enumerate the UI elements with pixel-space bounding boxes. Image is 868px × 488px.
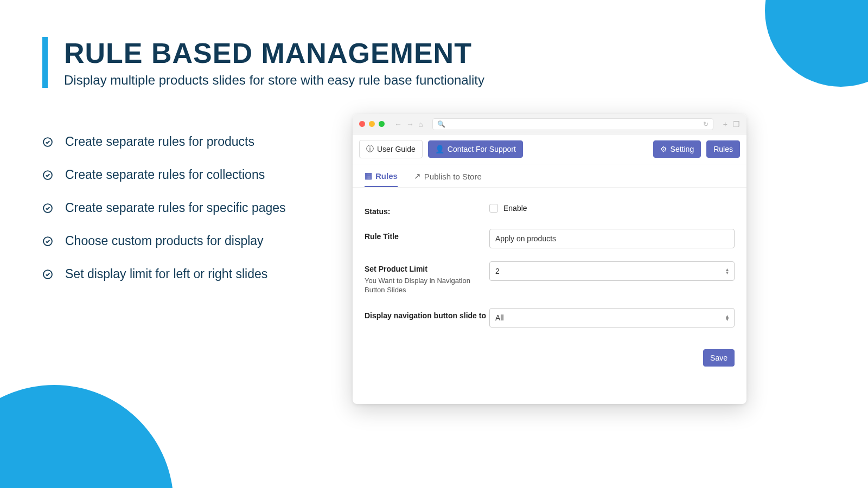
address-bar[interactable]: 🔍 ↻ bbox=[432, 118, 713, 130]
browser-right-icons: + ❐ bbox=[723, 120, 740, 129]
product-limit-value: 2 bbox=[495, 267, 500, 275]
feature-text: Create separate rules for specific pages bbox=[65, 201, 286, 215]
save-button[interactable]: Save bbox=[703, 349, 735, 367]
feature-item: Create separate rules for specific pages bbox=[42, 201, 335, 215]
browser-nav: ← → ⌂ bbox=[394, 120, 423, 129]
save-row: Save bbox=[353, 349, 746, 376]
gear-icon: ⚙ bbox=[660, 145, 667, 153]
home-icon[interactable]: ⌂ bbox=[418, 120, 423, 129]
user-guide-label: User Guide bbox=[377, 145, 416, 153]
tabs: ▦ Rules ↗ Publish to Store bbox=[353, 164, 746, 188]
tab-rules[interactable]: ▦ Rules bbox=[365, 171, 398, 187]
check-icon bbox=[42, 269, 53, 280]
feature-text: Create separate rules for collections bbox=[65, 168, 265, 182]
check-icon bbox=[42, 236, 53, 247]
grid-icon: ▦ bbox=[365, 171, 372, 181]
display-to-select[interactable]: All ▴▾ bbox=[489, 308, 735, 328]
decorative-blob-top-right bbox=[765, 0, 868, 87]
help-icon: ⓘ bbox=[366, 144, 374, 154]
product-limit-sublabel: You Want to Display in Navigation Button… bbox=[365, 277, 489, 295]
plus-icon[interactable]: + bbox=[723, 120, 727, 129]
product-limit-label-text: Set Product Limit bbox=[365, 265, 489, 273]
share-icon: ↗ bbox=[414, 171, 421, 181]
back-icon[interactable]: ← bbox=[394, 120, 402, 129]
check-icon bbox=[42, 137, 53, 147]
browser-chrome: ← → ⌂ 🔍 ↻ + ❐ bbox=[353, 114, 746, 134]
feature-item: Choose custom products for display bbox=[42, 234, 335, 248]
user-guide-button[interactable]: ⓘ User Guide bbox=[359, 140, 423, 158]
display-to-label: Display navigation button slide to bbox=[365, 308, 489, 320]
enable-label: Enable bbox=[503, 204, 527, 213]
row-product-limit: Set Product Limit You Want to Display in… bbox=[365, 261, 735, 295]
product-limit-select[interactable]: 2 ▴▾ bbox=[489, 261, 735, 281]
enable-checkbox[interactable] bbox=[489, 204, 498, 213]
check-icon bbox=[42, 203, 53, 214]
feature-text: Set display limit for left or right slid… bbox=[65, 267, 267, 281]
check-icon bbox=[42, 170, 53, 181]
display-to-value: All bbox=[495, 313, 504, 322]
contact-support-label: Contact For Support bbox=[448, 145, 516, 153]
contact-support-button[interactable]: 👤 Contact For Support bbox=[428, 140, 523, 158]
feature-text: Choose custom products for display bbox=[65, 234, 264, 248]
traffic-lights[interactable] bbox=[359, 121, 385, 127]
setting-label: Setting bbox=[671, 145, 694, 153]
rule-form: Status: Enable Rule Title Set Product Li… bbox=[353, 188, 746, 349]
row-display-to: Display navigation button slide to All ▴… bbox=[365, 308, 735, 328]
title-block: RULE BASED MANAGEMENT Display multiple p… bbox=[42, 37, 484, 88]
reload-icon[interactable]: ↻ bbox=[703, 120, 709, 128]
search-icon: 🔍 bbox=[437, 120, 445, 128]
rule-title-input[interactable] bbox=[489, 229, 735, 248]
rule-title-label: Rule Title bbox=[365, 229, 489, 241]
minimize-icon[interactable] bbox=[369, 121, 375, 127]
save-label: Save bbox=[710, 354, 727, 362]
status-label: Status: bbox=[365, 204, 489, 216]
app-screenshot-card: ← → ⌂ 🔍 ↻ + ❐ ⓘ User Guide 👤 Contact For… bbox=[353, 114, 746, 404]
stepper-icon: ▴▾ bbox=[726, 314, 729, 321]
feature-item: Create separate rules for collections bbox=[42, 168, 335, 182]
user-icon: 👤 bbox=[435, 145, 444, 153]
stepper-icon: ▴▾ bbox=[726, 268, 729, 274]
forward-icon[interactable]: → bbox=[406, 120, 414, 129]
feature-item: Set display limit for left or right slid… bbox=[42, 267, 335, 281]
feature-list: Create separate rules for products Creat… bbox=[42, 134, 335, 300]
close-icon[interactable] bbox=[359, 121, 365, 127]
tab-publish[interactable]: ↗ Publish to Store bbox=[414, 171, 482, 187]
feature-text: Create separate rules for products bbox=[65, 134, 254, 149]
page-title: RULE BASED MANAGEMENT bbox=[64, 37, 484, 69]
row-rule-title: Rule Title bbox=[365, 229, 735, 248]
rules-label: Rules bbox=[713, 145, 733, 153]
row-status: Status: Enable bbox=[365, 204, 735, 216]
setting-button[interactable]: ⚙ Setting bbox=[653, 140, 701, 158]
maximize-icon[interactable] bbox=[379, 121, 385, 127]
copy-icon[interactable]: ❐ bbox=[733, 120, 740, 129]
tab-publish-label: Publish to Store bbox=[424, 172, 482, 181]
feature-item: Create separate rules for products bbox=[42, 134, 335, 149]
page-subtitle: Display multiple products slides for sto… bbox=[64, 73, 484, 88]
rules-button[interactable]: Rules bbox=[706, 140, 740, 158]
app-toolbar: ⓘ User Guide 👤 Contact For Support ⚙ Set… bbox=[353, 134, 746, 164]
product-limit-label: Set Product Limit You Want to Display in… bbox=[365, 261, 489, 295]
tab-rules-label: Rules bbox=[375, 171, 398, 181]
decorative-blob-bottom-left bbox=[0, 385, 174, 488]
